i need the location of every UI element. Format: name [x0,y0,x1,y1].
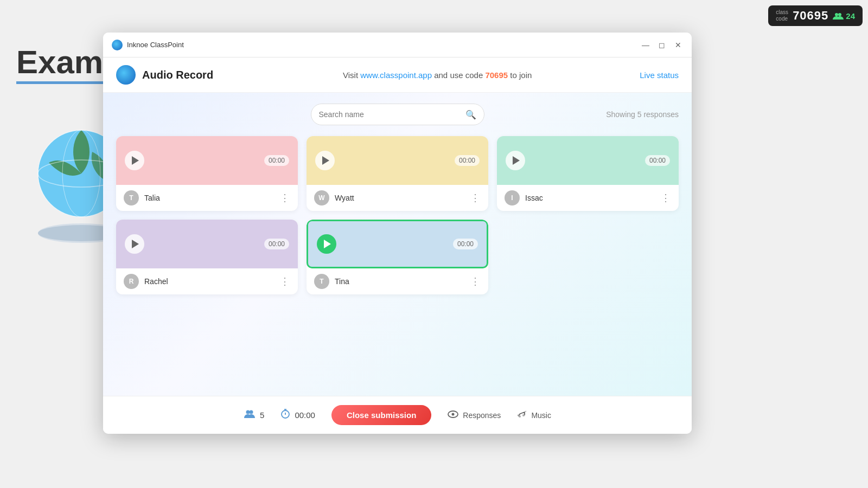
music-icon [517,409,527,421]
close-submission-button[interactable]: Close submission [331,405,431,425]
card-rachel: 00:00 R Rachel ⋮ [116,220,298,294]
header-logo [116,65,136,85]
slide-title: Exam [16,43,103,81]
play-button-issac[interactable] [506,151,525,170]
play-button-rachel[interactable] [125,234,144,254]
audio-time-tina: 00:00 [453,239,478,249]
main-dialog: Inknoe ClassPoint — ◻ ✕ Audio Record Vis… [103,33,692,434]
more-button-issac[interactable]: ⋮ [661,193,671,203]
card-footer-tina: T Tina ⋮ [307,268,488,294]
search-icon: 🔍 [465,110,476,120]
card-issac: 00:00 I Issac ⋮ [497,136,679,211]
close-button[interactable]: ✕ [673,40,683,50]
more-button-talia[interactable]: ⋮ [280,193,290,203]
dialog-body: 🔍 Showing 5 responses 00:00 T Talia ⋮ [103,93,692,396]
card-tina: 00:00 T Tina ⋮ [307,220,488,294]
user-name-issac: Issac [525,194,543,202]
class-code-number: 70695 [793,9,828,23]
live-status-button[interactable]: Live status [640,70,679,80]
audio-time-issac: 00:00 [645,155,670,166]
audio-time-rachel: 00:00 [264,239,289,249]
user-name-wyatt: Wyatt [335,194,354,202]
cards-grid: 00:00 T Talia ⋮ 00:00 W Wyatt [116,136,679,294]
card-user-talia: T Talia [124,190,160,206]
window-controls: — ◻ ✕ [641,40,683,50]
dialog-header: Audio Record Visit www.classpoint.app an… [103,57,692,93]
music-button[interactable]: Music [517,409,551,421]
play-button-wyatt[interactable] [315,151,335,170]
card-audio-wyatt: 00:00 [307,136,488,185]
card-audio-tina: 00:00 [307,220,488,268]
card-user-wyatt: W Wyatt [314,190,354,206]
footer-people-count: 5 [260,410,264,420]
search-input[interactable] [319,110,461,119]
card-user-rachel: R Rachel [124,274,168,289]
more-button-rachel[interactable]: ⋮ [280,277,290,286]
more-button-tina[interactable]: ⋮ [470,277,481,286]
class-code-badge: class code 70695 24 [768,5,863,26]
music-label: Music [531,411,551,420]
svg-point-9 [246,410,250,414]
timer-icon [280,409,290,421]
title-bar: Inknoe ClassPoint — ◻ ✕ [103,33,692,57]
join-code: 70695 [485,70,508,80]
avatar-rachel: R [124,274,139,289]
play-button-tina[interactable] [317,234,336,254]
card-footer-talia: T Talia ⋮ [116,185,298,211]
footer-people-stat: 5 [244,409,264,421]
responses-count: Showing 5 responses [606,110,679,119]
card-audio-talia: 00:00 [116,136,298,185]
classpoint-link[interactable]: www.classpoint.app [360,70,432,80]
search-box[interactable]: 🔍 [311,104,484,125]
play-button-talia[interactable] [125,151,144,170]
minimize-button[interactable]: — [641,40,650,50]
maximize-button[interactable]: ◻ [657,40,667,50]
responses-label: Responses [463,411,501,420]
svg-point-14 [519,415,521,418]
header-info: Visit www.classpoint.app and use code 70… [235,70,640,80]
card-audio-issac: 00:00 [497,136,679,185]
avatar-wyatt: W [314,190,329,206]
svg-point-13 [452,413,455,416]
card-audio-rachel: 00:00 [116,220,298,268]
badge-people-count: 24 [833,11,855,21]
user-name-tina: Tina [335,277,349,286]
avatar-issac: I [505,190,520,206]
footer-timer: 00:00 [295,410,315,420]
card-footer-rachel: R Rachel ⋮ [116,268,298,294]
slide-underline [16,81,103,84]
code-label-line1: class [776,9,788,16]
user-name-talia: Talia [144,194,160,202]
eye-icon [448,409,458,421]
dialog-footer: 5 00:00 Close submission Responses [103,396,692,434]
card-user-tina: T Tina [314,274,349,289]
more-button-wyatt[interactable]: ⋮ [470,193,481,203]
card-footer-wyatt: W Wyatt ⋮ [307,185,488,211]
header-title: Audio Record [142,69,213,81]
svg-point-15 [522,414,525,416]
avatar-talia: T [124,190,139,206]
footer-timer-stat: 00:00 [280,409,315,421]
svg-point-7 [835,13,838,16]
svg-line-17 [525,411,526,412]
svg-point-8 [838,13,841,16]
svg-point-10 [250,410,253,414]
code-label-line2: code [776,16,788,22]
card-footer-issac: I Issac ⋮ [497,185,679,211]
app-title: Inknoe ClassPoint [127,41,641,49]
user-name-rachel: Rachel [144,277,168,286]
search-row: 🔍 Showing 5 responses [116,104,679,125]
card-wyatt: 00:00 W Wyatt ⋮ [307,136,488,211]
card-talia: 00:00 T Talia ⋮ [116,136,298,211]
responses-button[interactable]: Responses [448,409,501,421]
audio-time-wyatt: 00:00 [455,155,480,166]
card-user-issac: I Issac [505,190,543,206]
audio-time-talia: 00:00 [264,155,289,166]
people-icon [244,409,256,421]
avatar-tina: T [314,274,329,289]
app-icon [112,40,123,50]
